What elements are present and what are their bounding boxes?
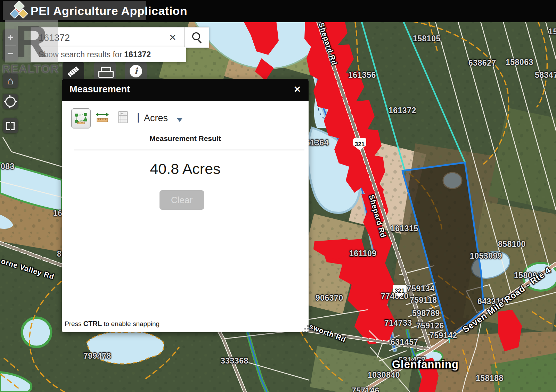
unit-dropdown[interactable]: Acres [144,113,168,124]
my-location-button[interactable] [3,94,18,109]
zoom-out-button[interactable]: − [3,45,18,61]
parcel-label: 161356 [348,70,376,80]
parcel-label: 083 [1,162,15,171]
search-icon [192,32,200,40]
home-icon: ⌂ [7,76,14,86]
app-logo-icon [10,2,28,20]
route-number: 321 [355,141,365,148]
distance-measure-button[interactable] [96,111,109,125]
clear-search-icon[interactable]: ✕ [166,31,179,44]
chevron-down-icon[interactable] [177,118,183,122]
plus-icon: + [7,32,14,42]
measurement-result-value: 40.8 Acres [62,160,309,177]
unit-separator: | [137,111,140,123]
parcel-label: 1030840 [368,370,400,380]
fullscreen-button[interactable] [3,118,18,133]
locate-icon [5,97,16,107]
info-icon: i [130,65,142,77]
fullscreen-icon [6,122,15,130]
measurement-dialog: Measurement ✕ [62,79,309,332]
dialog-titlebar[interactable]: Measurement ✕ [62,79,309,101]
parcel-label: 15 [548,27,556,36]
suggestion-term: 161372 [124,50,151,59]
resize-handle[interactable] [304,328,306,330]
parcel-label: 158105 [413,34,441,43]
divider [74,150,304,150]
distance-tool-icon [96,111,109,124]
zoom-controls: + − [3,29,18,61]
parcel-label: 161372 [389,106,416,115]
app-title: PEI Agriculture Application [31,4,187,18]
search-button[interactable] [185,27,209,48]
minus-icon: − [7,48,14,59]
zoom-in-button[interactable]: + [3,29,18,45]
parcel-label: 757146 [352,386,379,392]
ctrl-key-label: CTRL [83,320,102,327]
parcel-label: 906370 [316,293,343,303]
home-extent-button[interactable]: ⌂ [3,73,18,88]
search-input[interactable] [38,32,161,44]
parcel-label: 799478 [83,351,111,361]
parcel-label: 58347 [535,70,556,80]
ruler-icon [67,66,79,77]
parcel-label: 158188 [476,374,504,383]
area-tool-icon [75,112,87,124]
close-icon[interactable]: ✕ [294,84,301,94]
location-measure-button[interactable] [117,111,129,125]
dialog-title: Measurement [70,84,130,95]
parcel-label: 759142 [430,331,457,340]
parcel-label: 598789 [412,309,440,318]
parcel-label: 8 [57,249,62,259]
parcel-label: 161109 [349,249,376,258]
search-suggestion[interactable]: Show search results for 161372 [31,47,186,62]
result-heading: Measurement Result [62,134,309,143]
parcel-label: 158063 [506,58,533,67]
route-number: 321 [395,287,404,294]
snapping-hint: Press CTRL to enable snapping [65,320,160,328]
parcel-label: 759134 [407,284,435,293]
place-label: Glenfanning [392,358,459,371]
parcel-label: 638627 [468,58,496,68]
search-box: ✕ [31,27,209,48]
parcel-label: 858100 [498,240,526,249]
parcel-label: 759118 [410,295,437,305]
location-tool-icon [117,111,129,124]
application-window: 158105 638627 158063 58347 15 161356 161… [0,0,556,392]
parcel-label: 161315 [391,224,418,233]
parcel-label: 16 [53,209,63,218]
parcel-label: 1053099 [470,251,502,261]
area-measure-button[interactable] [71,108,91,128]
suggestion-text: Show search results for [39,50,122,59]
parcel-label: 759126 [416,321,444,331]
clear-button[interactable]: Clear [160,190,204,210]
parcel-label: 714733 [384,318,412,328]
parcel-label: 333368 [221,356,248,366]
parcel-label: 631457 [391,337,418,347]
